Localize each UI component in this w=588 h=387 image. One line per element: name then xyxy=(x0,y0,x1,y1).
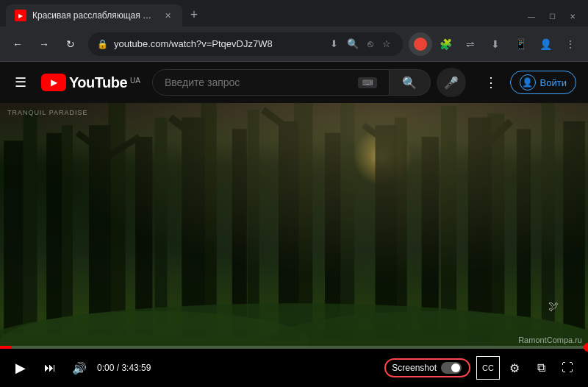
youtube-menu-button[interactable]: ☰ xyxy=(12,71,29,93)
forward-button[interactable]: → xyxy=(32,32,56,56)
play-button[interactable]: ▶ xyxy=(9,356,32,380)
ramont-watermark: RamontCompa.ru xyxy=(518,335,582,344)
close-button[interactable]: ✕ xyxy=(563,9,582,24)
browser-menu-icon[interactable]: ⋮ xyxy=(559,32,582,56)
window-controls: — ☐ ✕ xyxy=(522,9,582,26)
address-actions: ⬇ 🔍 ⎋ ☆ xyxy=(327,37,394,51)
youtube-mic-button[interactable]: 🎤 xyxy=(437,68,466,97)
minimize-button[interactable]: — xyxy=(522,9,541,24)
signin-label: Войти xyxy=(540,77,567,88)
youtube-search-button[interactable]: 🔍 xyxy=(390,69,431,96)
extensions-icon[interactable]: 🧩 xyxy=(434,32,457,56)
screenshot-label: Screenshot xyxy=(392,363,437,373)
active-tab[interactable]: Красивая расслабляющая муз... ✕ xyxy=(6,4,182,26)
settings-button[interactable]: ⚙ xyxy=(503,356,526,380)
youtube-logo-icon: ▶ xyxy=(41,74,66,91)
address-bar[interactable]: 🔒 youtube.com/watch?v=PtqevDJz7W8 ⬇ 🔍 ⎋ … xyxy=(88,32,403,56)
fullscreen-button[interactable]: ⛶ xyxy=(556,356,579,380)
youtube-signin-button[interactable]: 👤 Войти xyxy=(510,71,576,94)
tab-close-button[interactable]: ✕ xyxy=(162,10,173,21)
youtube-country-badge: UA xyxy=(130,77,140,85)
miniplayer-button[interactable]: ⧉ xyxy=(529,356,553,380)
share-icon[interactable]: ⎋ xyxy=(365,37,376,51)
youtube-logo-text: YouTube xyxy=(69,74,127,91)
skip-next-button[interactable]: ⏭ xyxy=(38,356,62,380)
subtitles-button[interactable]: CC xyxy=(476,356,500,380)
youtube-search-box[interactable]: ⌨ xyxy=(152,69,390,96)
youtube-more-options-button[interactable]: ⋮ xyxy=(478,69,504,96)
signin-avatar-icon: 👤 xyxy=(520,74,536,90)
video-controls: ▶ ⏭ 🔊 0:00 / 3:43:59 Screenshot xyxy=(0,349,588,387)
account-icon[interactable]: 👤 xyxy=(534,32,557,56)
profile-sync-icon[interactable]: ⇌ xyxy=(459,32,482,56)
bird-icon: 🕊 xyxy=(548,300,559,312)
record-dot xyxy=(414,38,427,51)
new-tab-button[interactable]: + xyxy=(184,4,204,25)
keyboard-shortcut-hint: ⌨ xyxy=(358,77,377,88)
video-scene: TRANQUIL PARADISE 🕊 xyxy=(0,103,588,349)
url-text: youtube.com/watch?v=PtqevDJz7W8 xyxy=(114,38,321,49)
time-display: 0:00 / 3:43:59 xyxy=(97,363,151,373)
refresh-button[interactable]: ↻ xyxy=(59,32,82,56)
download-page-icon[interactable]: ⬇ xyxy=(327,37,341,51)
tab-bar: Красивая расслабляющая муз... ✕ + — ☐ ✕ xyxy=(0,0,588,26)
screenshot-toggle[interactable] xyxy=(441,362,462,374)
bookmark-icon[interactable]: ☆ xyxy=(379,37,394,51)
screenshot-button[interactable]: Screenshot xyxy=(384,358,470,377)
tab-favicon xyxy=(15,10,26,21)
search-page-icon[interactable]: 🔍 xyxy=(344,37,362,51)
progress-fill xyxy=(0,346,12,349)
current-time: 0:00 xyxy=(97,363,114,373)
progress-bar[interactable] xyxy=(0,346,588,349)
browser-toolbar: 🧩 ⇌ ⬇ 📱 👤 ⋮ xyxy=(409,32,582,56)
forest-svg xyxy=(0,103,588,349)
toggle-knob xyxy=(451,363,460,372)
youtube-header: ☰ ▶ YouTube UA ⌨ 🔍 🎤 ⋮ 👤 Войти xyxy=(0,62,588,103)
youtube-header-right: ⋮ 👤 Войти xyxy=(478,69,576,96)
youtube-search: ⌨ 🔍 🎤 xyxy=(152,68,466,97)
youtube-logo[interactable]: ▶ YouTube UA xyxy=(41,74,140,91)
volume-button[interactable]: 🔊 xyxy=(68,356,91,380)
tab-title: Красивая расслабляющая муз... xyxy=(32,10,156,21)
video-watermark: TRANQUIL PARADISE xyxy=(7,109,88,116)
lock-icon: 🔒 xyxy=(97,39,108,49)
right-controls: CC ⚙ ⧉ ⛶ xyxy=(476,356,579,380)
back-button[interactable]: ← xyxy=(6,32,29,56)
maximize-button[interactable]: ☐ xyxy=(542,9,562,24)
content-area: ☰ ▶ YouTube UA ⌨ 🔍 🎤 ⋮ 👤 Войти xyxy=(0,62,588,387)
record-extension-icon[interactable] xyxy=(409,32,432,56)
youtube-search-input[interactable] xyxy=(165,77,352,88)
download-icon[interactable]: ⬇ xyxy=(484,32,507,56)
navigation-bar: ← → ↻ 🔒 youtube.com/watch?v=PtqevDJz7W8 … xyxy=(0,26,588,62)
progress-dot xyxy=(584,343,588,352)
total-time: 3:43:59 xyxy=(121,363,151,373)
phone-icon[interactable]: 📱 xyxy=(509,32,532,56)
browser-frame: Красивая расслабляющая муз... ✕ + — ☐ ✕ … xyxy=(0,0,588,387)
video-player[interactable]: TRANQUIL PARADISE 🕊 RamontCompa.ru ▶ ⏭ 🔊… xyxy=(0,103,588,387)
